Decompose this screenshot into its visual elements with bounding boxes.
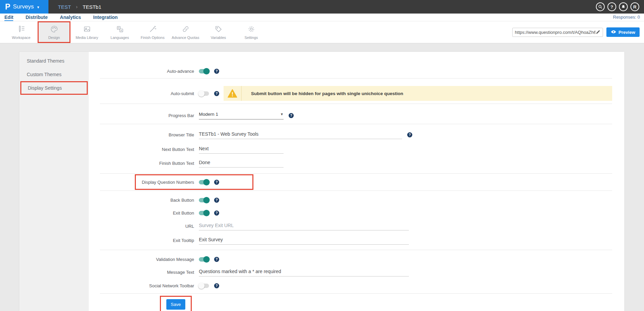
divider — [100, 191, 612, 191]
responses-count: Responses: 0 — [613, 15, 640, 21]
social-network-toolbar-help-icon[interactable]: ? — [214, 283, 219, 288]
design-palette-icon — [50, 25, 58, 34]
progress-bar-selected-value: Modern 1 — [199, 112, 218, 117]
auto-advance-toggle[interactable] — [199, 69, 209, 73]
top-right-icons: ? R — [596, 2, 639, 11]
surveys-menu[interactable]: P Surveys ▼ — [0, 0, 48, 14]
validation-message-row: Validation Message ? — [100, 254, 612, 264]
workspace-icon — [17, 25, 25, 34]
chevron-down-icon: ▼ — [37, 5, 40, 9]
progress-bar-help-icon[interactable]: ? — [289, 113, 294, 118]
tab-integration[interactable]: Integration — [93, 15, 118, 21]
browser-title-help-icon[interactable]: ? — [407, 132, 412, 137]
display-question-numbers-help-icon[interactable]: ? — [214, 180, 219, 185]
auto-submit-label: Auto-submit — [100, 91, 194, 96]
toolbar-item-media-library[interactable]: Media Library — [70, 21, 103, 43]
media-library-icon — [83, 25, 91, 34]
auto-submit-help-icon[interactable]: ? — [214, 91, 219, 96]
divider — [100, 293, 612, 294]
questionpro-logo: P — [5, 3, 10, 11]
progress-bar-label: Progress Bar — [100, 113, 194, 118]
browser-title-label: Browser Title — [100, 132, 194, 137]
avatar[interactable]: R — [630, 2, 639, 11]
next-button-text-row: Next Button Text — [100, 144, 612, 154]
svg-text:A: A — [120, 29, 122, 32]
auto-submit-toggle[interactable] — [199, 91, 209, 96]
social-network-toolbar-toggle[interactable] — [199, 284, 209, 288]
toolbar-item-finish-options[interactable]: Finish Options — [136, 21, 169, 43]
tab-distribute[interactable]: Distribute — [25, 15, 47, 21]
breadcrumb-parent[interactable]: TEST — [58, 4, 71, 10]
design-sidebar: Standard Themes Custom Themes Display Se… — [19, 52, 89, 311]
message-text-label: Message Text — [100, 270, 194, 275]
display-question-numbers-row: Display Question Numbers ? — [100, 177, 612, 187]
breadcrumb-separator-icon: › — [76, 4, 78, 9]
social-network-toolbar-label: Social Network Toolbar — [100, 283, 194, 288]
annotation-box-save: Save — [160, 296, 192, 311]
exit-button-row: Exit Button ? — [100, 208, 612, 218]
toolbar-item-design[interactable]: Design — [38, 21, 70, 43]
next-button-text-label: Next Button Text — [100, 147, 194, 152]
sidebar-item-display-settings[interactable]: Display Settings — [20, 81, 88, 95]
warning-triangle-icon — [224, 86, 242, 101]
progress-bar-select[interactable]: Modern 1 ▼ — [199, 112, 284, 119]
exit-url-input[interactable] — [199, 222, 409, 230]
nav-tabs-row: Edit Distribute Analytics Integration Re… — [0, 14, 644, 21]
breadcrumb: TEST › TESTb1 — [58, 4, 101, 10]
save-button[interactable]: Save — [166, 299, 185, 310]
finish-button-text-label: Finish Button Text — [100, 161, 194, 166]
languages-icon: 文A — [116, 25, 124, 34]
notifications-bell-icon[interactable] — [619, 2, 628, 11]
validation-message-label: Validation Message — [100, 257, 194, 262]
exit-tooltip-input[interactable] — [199, 236, 409, 245]
validation-message-help-icon[interactable]: ? — [214, 257, 219, 262]
toolbar-item-languages[interactable]: 文A Languages — [103, 21, 136, 43]
survey-url-input[interactable] — [515, 30, 596, 35]
auto-advance-help-icon[interactable]: ? — [214, 69, 219, 74]
product-name: Surveys — [13, 3, 34, 10]
display-settings-panel: Auto-advance ? Auto-submit ? Submit butt… — [89, 52, 624, 311]
progress-bar-row: Progress Bar Modern 1 ▼ ? — [100, 110, 612, 120]
exit-tooltip-label: Exit Tooltip — [100, 238, 194, 243]
exit-tooltip-row: Exit Tooltip — [100, 235, 612, 245]
tab-edit[interactable]: Edit — [4, 15, 13, 21]
exit-url-row: URL — [100, 221, 612, 231]
exit-button-help-icon[interactable]: ? — [214, 210, 219, 216]
validation-message-toggle[interactable] — [199, 257, 209, 262]
toolbar-item-settings[interactable]: Settings — [235, 21, 268, 43]
exit-button-toggle[interactable] — [199, 211, 209, 215]
preview-button[interactable]: Preview — [606, 27, 640, 37]
toolbar-item-variables[interactable]: Variables — [202, 21, 235, 43]
next-button-text-input[interactable] — [199, 145, 284, 154]
browser-title-input[interactable] — [199, 131, 402, 139]
divider — [100, 124, 612, 124]
divider — [100, 173, 612, 174]
sidebar-item-custom-themes[interactable]: Custom Themes — [19, 68, 89, 81]
back-button-help-icon[interactable]: ? — [214, 198, 219, 203]
breadcrumb-current: TESTb1 — [83, 4, 101, 10]
divider — [100, 104, 612, 104]
display-question-numbers-label: Display Question Numbers — [100, 180, 194, 185]
auto-submit-row: Auto-submit ? Submit button will be hidd… — [100, 86, 612, 101]
search-icon[interactable] — [596, 2, 605, 11]
eye-icon — [611, 30, 616, 35]
design-settings-card: Standard Themes Custom Themes Display Se… — [19, 52, 624, 311]
social-network-toolbar-row: Social Network Toolbar ? — [100, 281, 612, 291]
divider — [100, 250, 612, 250]
exit-button-label: Exit Button — [100, 210, 194, 216]
edit-url-pencil-icon[interactable] — [596, 30, 600, 35]
toolbar-item-advance-quotas[interactable]: Advance Quotas — [169, 21, 202, 43]
warning-banner: Submit button will be hidden for pages w… — [224, 86, 612, 101]
back-button-toggle[interactable] — [199, 198, 209, 202]
finish-button-text-row: Finish Button Text — [100, 158, 612, 168]
message-text-input[interactable] — [199, 268, 409, 276]
help-circle-icon[interactable]: ? — [607, 2, 616, 11]
settings-icon — [247, 25, 255, 34]
display-question-numbers-toggle[interactable] — [199, 180, 209, 184]
finish-button-text-input[interactable] — [199, 159, 284, 168]
toolbar-item-workspace[interactable]: Workspace — [5, 21, 38, 43]
select-caret-icon: ▼ — [280, 112, 284, 116]
sidebar-item-standard-themes[interactable]: Standard Themes — [19, 54, 89, 68]
tab-analytics[interactable]: Analytics — [60, 15, 81, 21]
browser-title-row: Browser Title ? — [100, 130, 612, 140]
